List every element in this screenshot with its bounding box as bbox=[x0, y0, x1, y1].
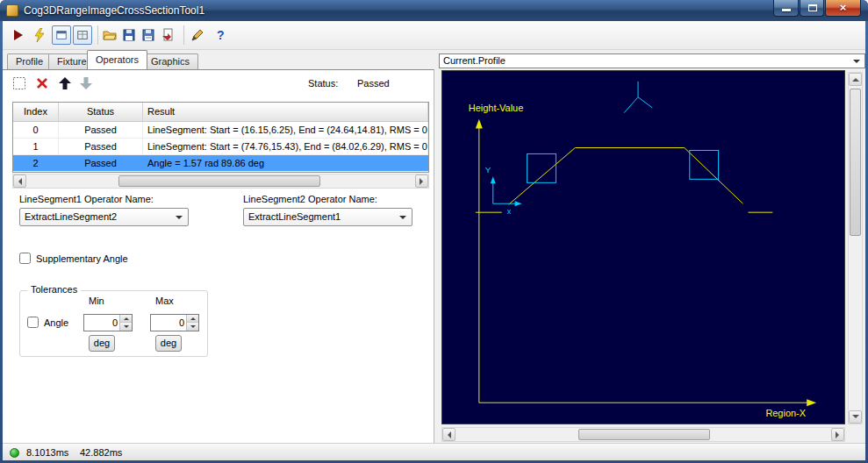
cell-result: LineSegment: Start = (16.15,6.25), End =… bbox=[143, 122, 428, 138]
graphics-panel: Current.Profile Height-Value Region-X bbox=[439, 53, 865, 443]
live-display-button[interactable] bbox=[52, 25, 71, 45]
scroll-right-button[interactable] bbox=[831, 428, 844, 441]
operators-panel: Status: Passed Index Status Result 0 Pas… bbox=[3, 69, 434, 443]
tab-label: Fixture bbox=[57, 56, 87, 67]
cell-index: 1 bbox=[13, 139, 59, 154]
move-down-icon[interactable] bbox=[78, 75, 94, 91]
supplementary-angle-checkbox[interactable] bbox=[19, 253, 31, 264]
min-deg-button[interactable]: deg bbox=[89, 335, 115, 352]
cell-status: Passed bbox=[59, 139, 143, 154]
angle-min-input[interactable] bbox=[84, 315, 119, 331]
client-area: ? Profile Fixture Operators Graphics Sta… bbox=[3, 21, 865, 460]
column-header-index[interactable]: Index bbox=[13, 103, 59, 121]
cell-index: 0 bbox=[13, 122, 59, 138]
column-header-result[interactable]: Result bbox=[143, 103, 428, 121]
operators-toolbar: Status: Passed bbox=[3, 70, 434, 96]
spin-up-button[interactable] bbox=[186, 315, 198, 323]
linesegment2-combobox[interactable]: ExtractLineSegment1 bbox=[243, 208, 412, 226]
signature-pen-icon[interactable] bbox=[190, 28, 204, 42]
scroll-down-button[interactable] bbox=[849, 410, 862, 424]
tab-profile[interactable]: Profile bbox=[7, 53, 52, 69]
mini-y-label: Y bbox=[485, 165, 491, 175]
status-value: Passed bbox=[357, 78, 390, 89]
tab-label: Operators bbox=[96, 54, 139, 65]
linesegment1-value: ExtractLineSegment2 bbox=[25, 211, 117, 222]
maximize-button[interactable] bbox=[800, 0, 824, 17]
supplementary-angle-row: Supplementary Angle bbox=[19, 253, 128, 264]
results-table: Index Status Result 0 Passed LineSegment… bbox=[12, 102, 429, 173]
tab-graphics[interactable]: Graphics bbox=[142, 53, 198, 69]
status-bar: 8.1013ms 42.882ms bbox=[3, 443, 865, 460]
vscroll-thumb[interactable] bbox=[850, 89, 861, 236]
column-header-status[interactable]: Status bbox=[59, 103, 143, 121]
spin-down-icon bbox=[190, 325, 196, 331]
delete-operator-icon[interactable] bbox=[34, 75, 50, 91]
scroll-up-icon bbox=[852, 75, 859, 82]
import-icon[interactable] bbox=[161, 28, 175, 42]
cell-index: 2 bbox=[13, 155, 59, 171]
help-icon[interactable]: ? bbox=[213, 28, 227, 42]
scroll-right-button[interactable] bbox=[415, 175, 428, 188]
open-folder-icon[interactable] bbox=[103, 28, 117, 42]
spin-up-button[interactable] bbox=[119, 315, 132, 323]
linesegment1-combobox[interactable]: ExtractLineSegment2 bbox=[19, 208, 189, 226]
move-up-icon[interactable] bbox=[57, 75, 73, 91]
scroll-left-icon bbox=[15, 178, 22, 185]
minimize-icon bbox=[782, 9, 791, 11]
chevron-down-icon bbox=[399, 216, 406, 223]
graphics-vscrollbar bbox=[848, 72, 863, 424]
record-selector-combobox[interactable]: Current.Profile bbox=[439, 53, 865, 68]
toolbar-separator bbox=[97, 25, 98, 45]
spin-up-icon bbox=[190, 315, 196, 320]
status-label: Status: bbox=[308, 78, 338, 89]
save-icon[interactable] bbox=[122, 28, 136, 42]
mini-x-label: x bbox=[507, 207, 512, 216]
scroll-left-icon bbox=[444, 431, 451, 438]
minimize-button[interactable] bbox=[773, 0, 799, 17]
trigger-lightning-icon[interactable] bbox=[32, 28, 47, 42]
record-selector-value: Current.Profile bbox=[443, 55, 506, 66]
hscroll-thumb[interactable] bbox=[578, 429, 710, 440]
scroll-left-button[interactable] bbox=[13, 175, 26, 188]
spin-down-button[interactable] bbox=[186, 323, 198, 331]
image-window-button[interactable] bbox=[73, 25, 92, 45]
status-ok-icon bbox=[10, 448, 19, 458]
profile-display-canvas[interactable]: Height-Value Region-X bbox=[441, 70, 845, 424]
plot-background bbox=[442, 73, 844, 422]
scroll-up-button[interactable] bbox=[849, 73, 862, 86]
table-row[interactable]: 0 Passed LineSegment: Start = (16.15,6.2… bbox=[13, 122, 428, 139]
toolbar-separator bbox=[183, 25, 184, 45]
hscroll-thumb[interactable] bbox=[118, 175, 320, 187]
angle-tolerance-label: Angle bbox=[44, 317, 68, 328]
cell-status: Passed bbox=[59, 155, 143, 171]
spinner-buttons bbox=[186, 315, 198, 331]
min-label: Min bbox=[89, 296, 104, 306]
tolerances-title: Tolerances bbox=[27, 284, 81, 295]
max-label: Max bbox=[155, 296, 174, 306]
y-axis-label: Height-Value bbox=[469, 103, 523, 113]
tab-operators[interactable]: Operators bbox=[87, 50, 147, 69]
table-row[interactable]: 1 Passed LineSegment: Start = (74.76,15.… bbox=[13, 139, 428, 155]
scroll-down-icon bbox=[852, 415, 859, 422]
close-button[interactable]: × bbox=[825, 0, 861, 17]
cell-result: LineSegment: Start = (74.76,15.43), End … bbox=[143, 139, 428, 154]
tab-strip: Profile Fixture Operators Graphics bbox=[3, 50, 436, 69]
angle-tolerance-row: Angle bbox=[27, 317, 68, 328]
linesegment2-value: ExtractLineSegment1 bbox=[248, 211, 341, 222]
linesegment2-label: LineSegment2 Operator Name: bbox=[243, 194, 377, 204]
table-row-selected[interactable]: 2 Passed Angle = 1.57 rad 89.86 deg bbox=[13, 155, 428, 172]
add-operator-icon[interactable] bbox=[11, 75, 27, 91]
table-hscrollbar bbox=[12, 174, 429, 189]
maximize-icon bbox=[808, 4, 817, 11]
max-deg-button[interactable]: deg bbox=[155, 335, 182, 352]
run-icon[interactable] bbox=[11, 28, 25, 42]
scroll-right-icon bbox=[836, 431, 843, 438]
spin-up-icon bbox=[124, 315, 129, 320]
save-as-icon[interactable] bbox=[141, 28, 155, 42]
scroll-left-button[interactable] bbox=[442, 428, 456, 441]
tab-label: Profile bbox=[16, 56, 43, 67]
angle-max-input[interactable] bbox=[151, 315, 186, 331]
angle-tolerance-checkbox[interactable] bbox=[27, 317, 39, 328]
total-time: 42.882ms bbox=[80, 447, 122, 458]
spin-down-button[interactable] bbox=[119, 323, 132, 331]
